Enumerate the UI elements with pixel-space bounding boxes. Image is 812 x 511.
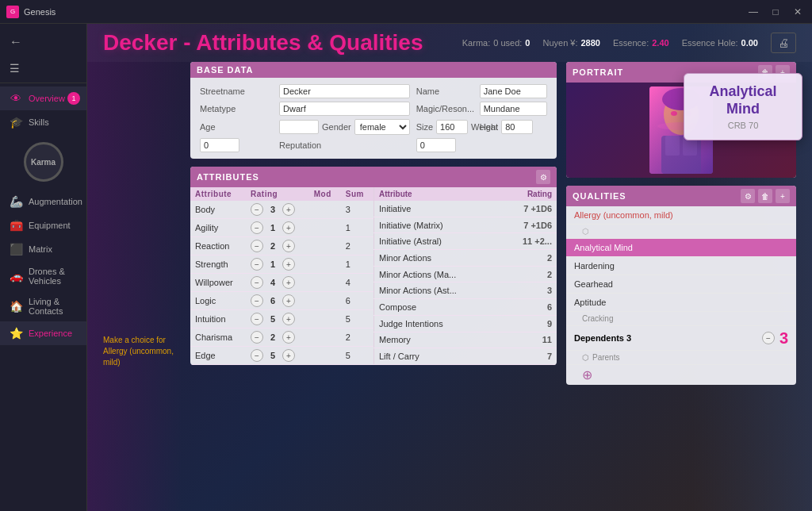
analytical-mind-panel: Analytical Mind CRB 70 [684, 73, 802, 140]
table-row: Compose 6 [374, 299, 557, 316]
table-row: Agility − 1 + 1 [190, 219, 373, 237]
derived-name: Minor Actions [374, 250, 501, 267]
table-row: Memory 11 [374, 332, 557, 348]
derived-name: Minor Actions (Ma... [374, 266, 501, 282]
gender-select[interactable]: female male other [354, 119, 410, 135]
sidebar-item-equipment[interactable]: 🧰 Equipment [0, 213, 86, 237]
magic-input[interactable] [480, 102, 547, 116]
derived-name: Initiative (Astral) [374, 233, 501, 250]
heat-input[interactable] [200, 138, 239, 152]
attributes-tools: ⚙ [536, 170, 550, 184]
sidebar-label-augmentation: Augmentation [29, 197, 82, 206]
karma-value: 0 [525, 38, 530, 48]
attributes-table-left: Attribute Rating Mod Sum Body − 3 + [190, 187, 373, 365]
attr-rating: − 4 + [246, 274, 309, 292]
sidebar-label-living: Living & Contacts [29, 297, 77, 316]
table-row: Intuition − 5 + 5 [190, 310, 373, 328]
attr-increment[interactable]: + [282, 203, 295, 216]
svg-rect-5 [661, 136, 701, 174]
attr-decrement[interactable]: − [251, 258, 263, 271]
attr-rating: − 1 + [246, 219, 309, 237]
streetname-value [276, 83, 413, 100]
derived-name: Initiative (Matrix) [374, 217, 501, 233]
attr-rating: − 2 + [246, 237, 309, 256]
attr-sum: 1 [341, 256, 373, 274]
attr-increment[interactable]: + [282, 349, 295, 362]
qualities-panel: QUALITIES ⚙ 🗑 + Allergy (uncommon, mild)… [566, 186, 796, 385]
streetname-input[interactable] [279, 84, 410, 98]
maximize-button[interactable]: □ [768, 4, 783, 20]
qualities-delete-btn[interactable]: 🗑 [758, 189, 772, 203]
derived-value: 6 [500, 299, 557, 316]
karma-stat: Karma: 0 used: 0 [462, 38, 530, 48]
close-button[interactable]: ✕ [790, 4, 806, 20]
sidebar-item-overview[interactable]: 👁 Overview 1 [0, 86, 86, 110]
attr-decrement[interactable]: − [251, 313, 263, 325]
table-row: Edge − 5 + 5 [190, 347, 373, 365]
sidebar-item-experience[interactable]: ⭐ Experience [0, 321, 86, 345]
name-input[interactable] [480, 84, 547, 98]
quality-aptitude[interactable]: Aptitude [566, 294, 796, 312]
sidebar-item-drones[interactable]: 🚗 Drones & Vehicles [0, 261, 86, 291]
derived-name: Minor Actions (Ast... [374, 282, 501, 299]
quality-analytical[interactable]: Analytical Mind [566, 239, 796, 257]
quality-gearhead[interactable]: Gearhead [566, 275, 796, 294]
metatype-input[interactable] [279, 102, 410, 116]
equipment-icon: 🧰 [10, 219, 22, 232]
attr-decrement[interactable]: − [251, 221, 263, 234]
attr-increment[interactable]: + [282, 221, 295, 234]
attr-mod [309, 328, 341, 347]
attr-val: 1 [266, 259, 279, 269]
reputation-input[interactable] [416, 138, 456, 152]
nuyen-stat: Nuyen ¥: 2880 [542, 38, 600, 48]
derived-value: 9 [500, 315, 557, 332]
nuyen-value: 2880 [580, 38, 599, 48]
size-input[interactable] [436, 120, 468, 134]
derived-table: Attribute Rating Initiative 7 +1D6 Initi… [373, 187, 557, 365]
attr-name: Willpower [190, 274, 246, 292]
dependents-label: Dependents 3 [574, 333, 631, 343]
attr-increment[interactable]: + [282, 313, 295, 325]
back-button[interactable]: ← [0, 30, 86, 54]
attr-increment[interactable]: + [282, 240, 295, 252]
age-input[interactable] [279, 120, 319, 134]
portrait-title: PORTRAIT [573, 67, 623, 77]
attr-increment[interactable]: + [282, 294, 295, 307]
attr-val: 5 [266, 314, 279, 324]
dependents-count: 3 [779, 330, 788, 346]
print-button[interactable]: 🖨 [771, 33, 796, 53]
quality-allergy[interactable]: Allergy (uncommon, mild) [566, 206, 796, 225]
attr-mod [309, 237, 341, 256]
attributes-settings-btn[interactable]: ⚙ [536, 170, 550, 184]
sidebar-item-skills[interactable]: 🎓 Skills [0, 110, 86, 134]
karma-used-label: 0 used: [493, 38, 522, 48]
attr-decrement[interactable]: − [251, 294, 263, 307]
attr-decrement[interactable]: − [251, 331, 263, 344]
dependents-controls: − 3 [762, 330, 788, 346]
qualities-settings-btn[interactable]: ⚙ [741, 189, 755, 203]
attr-name: Edge [190, 347, 246, 365]
attributes-header: ATTRIBUTES ⚙ [190, 167, 557, 187]
attr-val: 1 [266, 223, 279, 232]
sidebar-item-living[interactable]: 🏠 Living & Contacts [0, 291, 86, 321]
attr-decrement[interactable]: − [251, 203, 263, 216]
dependents-decrement[interactable]: − [762, 332, 775, 344]
sidebar-label-experience: Experience [29, 328, 72, 338]
sidebar-item-augmentation[interactable]: 🦾 Augmentation [0, 190, 86, 213]
attr-decrement[interactable]: − [251, 240, 263, 252]
hamburger-menu[interactable]: ☰ [0, 57, 86, 79]
essence-value: 2.40 [652, 38, 668, 48]
attr-decrement[interactable]: − [251, 349, 263, 362]
minimize-button[interactable]: — [745, 4, 761, 20]
name-value [477, 83, 550, 100]
sidebar-item-matrix[interactable]: ⬛ Matrix [0, 237, 86, 261]
experience-icon: ⭐ [10, 327, 22, 340]
quality-hardening[interactable]: Hardening [566, 257, 796, 275]
attr-decrement[interactable]: − [251, 276, 263, 289]
attr-increment[interactable]: + [282, 258, 295, 271]
qualities-add-btn[interactable]: + [776, 189, 790, 203]
dependents-add-btn[interactable]: ⊕ [566, 365, 796, 385]
attr-mod [309, 274, 341, 292]
attr-increment[interactable]: + [282, 331, 295, 344]
attr-increment[interactable]: + [282, 276, 295, 289]
